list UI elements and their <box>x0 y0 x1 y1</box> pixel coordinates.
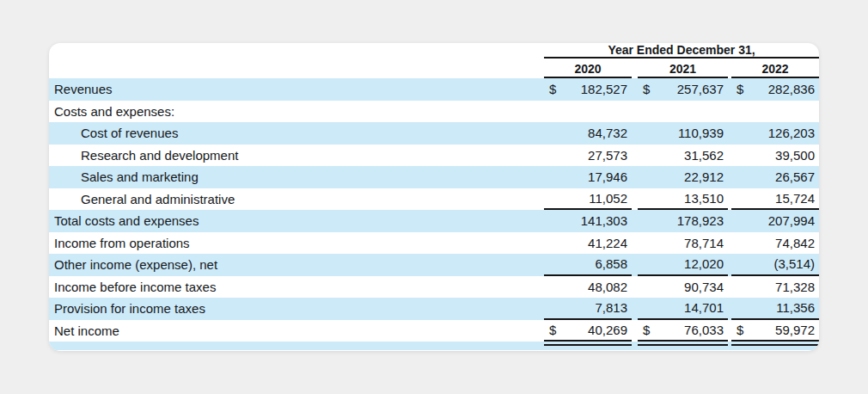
period-header: Year Ended December 31, <box>544 43 819 58</box>
value-text: 84,732 <box>588 126 627 140</box>
value-text: 90,734 <box>684 280 724 294</box>
value-cell-2022: 15,724 <box>731 188 819 211</box>
value-text: 7,813 <box>595 300 627 315</box>
value-cell-2020: 84,732 <box>544 122 632 145</box>
value-text: 71,328 <box>775 280 815 294</box>
value-cell-2020: 141,303 <box>544 210 632 232</box>
value-cell-2020 <box>544 101 632 123</box>
value-cell-2021: 178,923 <box>638 210 728 232</box>
row-label: Cost of revenues <box>49 126 544 140</box>
row-label: Income before income taxes <box>49 280 544 294</box>
value-text: 14,701 <box>684 300 724 315</box>
value-text: 126,203 <box>768 126 815 140</box>
bottom-stripe <box>49 342 819 350</box>
value-cell-2020: 27,573 <box>544 145 632 167</box>
double-rule-line-2020 <box>544 342 632 350</box>
value-text: 182,527 <box>581 82 627 96</box>
currency-symbol: $ <box>737 82 743 96</box>
value-text: 13,510 <box>684 191 724 206</box>
value-text: 27,573 <box>588 148 627 163</box>
value-cell-2021 <box>638 101 728 123</box>
currency-symbol: $ <box>643 323 650 337</box>
value-text: 48,082 <box>588 280 627 294</box>
year-header-row: 2020 2021 2022 <box>49 58 819 78</box>
table-row: Net income$40,269$76,033$59,972 <box>49 320 819 342</box>
value-cell-2020: $182,527 <box>544 78 632 101</box>
value-cell-2020: 48,082 <box>544 276 632 299</box>
row-label: Costs and expenses: <box>49 104 544 119</box>
value-cell-2022: 71,328 <box>731 276 819 299</box>
value-cell-2022: $282,836 <box>731 78 819 101</box>
value-text: 17,946 <box>588 169 627 184</box>
value-text: 59,972 <box>775 323 815 337</box>
value-cell-2021: $257,637 <box>638 78 728 101</box>
value-text: 141,303 <box>581 213 627 228</box>
value-cell-2021: 13,510 <box>638 188 728 211</box>
table-row: Sales and marketing17,94622,91226,567 <box>49 166 819 188</box>
value-cell-2022: 26,567 <box>731 166 819 188</box>
value-cell-2021: $76,033 <box>638 320 728 342</box>
value-cell-2021: 90,734 <box>638 276 728 299</box>
table-row: Other income (expense), net6,85812,020(3… <box>49 254 819 276</box>
stripe-spacer <box>49 342 544 350</box>
row-label: Income from operations <box>49 236 544 250</box>
value-cell-2022 <box>731 101 819 123</box>
value-cell-2020: 11,052 <box>544 188 632 211</box>
double-rule-line-2021 <box>638 342 728 350</box>
year-header-2022: 2022 <box>731 58 819 78</box>
year-header-2020: 2020 <box>544 58 632 78</box>
value-text: 15,724 <box>775 191 815 206</box>
value-cell-2021: 78,714 <box>638 232 728 255</box>
value-cell-2020: 41,224 <box>544 232 632 255</box>
year-header-2021: 2021 <box>638 58 728 78</box>
header-spacer <box>49 43 544 58</box>
header-spacer <box>49 58 544 78</box>
column-gap <box>632 342 638 350</box>
value-cell-2020: 6,858 <box>544 254 632 276</box>
currency-symbol: $ <box>549 323 556 337</box>
value-cell-2022: 126,203 <box>731 122 819 145</box>
value-text: 11,356 <box>776 300 815 315</box>
value-text: 40,269 <box>588 323 627 337</box>
value-cell-2022: (3,514) <box>731 254 819 276</box>
value-text: 78,714 <box>684 236 724 250</box>
value-text: 39,500 <box>775 148 815 163</box>
value-text: 31,562 <box>684 148 724 163</box>
income-statement-card: Year Ended December 31, 2020 2021 2022 R… <box>49 43 819 351</box>
row-label: Total costs and expenses <box>49 213 544 228</box>
value-text: 257,637 <box>677 82 724 96</box>
table-row: Costs and expenses: <box>49 101 819 123</box>
table-row: Total costs and expenses141,303178,92320… <box>49 210 819 232</box>
table-row: Revenues$182,527$257,637$282,836 <box>49 78 819 101</box>
value-text: 11,052 <box>589 191 627 206</box>
row-label: Revenues <box>49 82 544 96</box>
table-row: Provision for income taxes7,81314,70111,… <box>49 298 819 320</box>
value-cell-2022: 74,842 <box>731 232 819 255</box>
value-cell-2022: 207,994 <box>731 210 819 232</box>
value-cell-2020: 7,813 <box>544 298 632 320</box>
currency-symbol: $ <box>549 82 556 96</box>
value-cell-2022: 39,500 <box>731 145 819 167</box>
table-row: Cost of revenues84,732110,939126,203 <box>49 122 819 145</box>
value-cell-2021: 12,020 <box>638 254 728 276</box>
currency-symbol: $ <box>643 82 650 96</box>
income-table-body: Revenues$182,527$257,637$282,836Costs an… <box>49 78 819 342</box>
value-text: 110,939 <box>678 126 724 140</box>
value-text: 282,836 <box>768 82 815 96</box>
value-cell-2021: 31,562 <box>638 145 728 167</box>
row-label: General and administrative <box>49 192 544 206</box>
period-header-row: Year Ended December 31, <box>49 43 819 58</box>
currency-symbol: $ <box>737 323 743 337</box>
row-label: Research and development <box>49 148 544 163</box>
value-cell-2022: $59,972 <box>731 320 819 342</box>
table-row: General and administrative11,05213,51015… <box>49 188 819 211</box>
row-label: Net income <box>49 323 544 338</box>
value-text: 6,858 <box>595 256 627 271</box>
value-text: 74,842 <box>775 236 815 250</box>
value-text: 207,994 <box>768 213 815 228</box>
value-cell-2020: 17,946 <box>544 166 632 188</box>
table-row: Income before income taxes48,08290,73471… <box>49 276 819 299</box>
row-label: Provision for income taxes <box>49 301 544 316</box>
value-text: 12,020 <box>684 256 724 271</box>
table-row: Income from operations41,22478,71474,842 <box>49 232 819 255</box>
